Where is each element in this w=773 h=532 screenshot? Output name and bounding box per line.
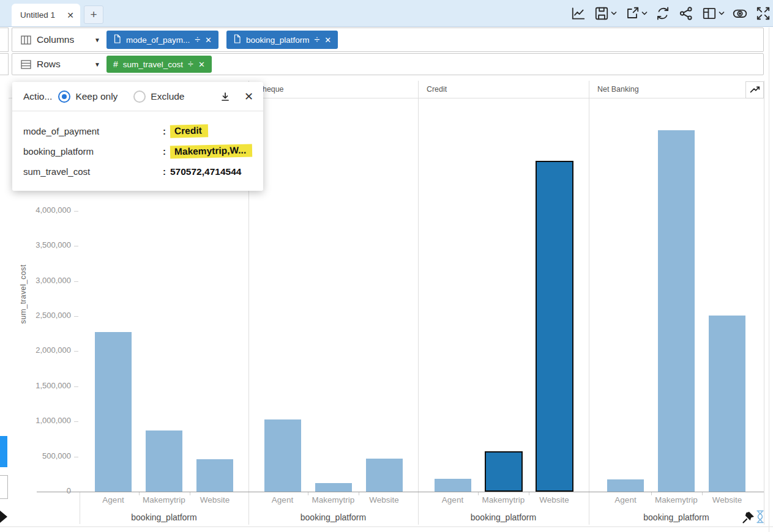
pin-icon[interactable] <box>742 511 755 526</box>
resize-chart-button[interactable] <box>745 81 764 98</box>
tooltip-value: 570572,4714544 <box>170 166 241 177</box>
y-tick-mark <box>74 457 78 457</box>
bar-credit-makemytrip[interactable] <box>485 451 523 492</box>
rail-blue-indicator[interactable] <box>0 436 7 467</box>
tooltip-field: booking_platform <box>23 146 163 157</box>
document-icon <box>113 34 121 45</box>
y-tick-mark <box>74 386 78 387</box>
download-icon[interactable] <box>220 91 231 102</box>
pill-mode-of-paym[interactable]: mode_of_paym...÷✕ <box>106 31 218 49</box>
y-tick-mark <box>74 351 78 352</box>
tooltip-row-booking-platform: booking_platform:Makemytrip,W... <box>23 141 263 161</box>
bar-net-banking-agent[interactable] <box>607 479 644 492</box>
y-tick-label: 1,000,000 <box>24 416 71 425</box>
facet-xaxis-title: booking_platform <box>272 512 395 522</box>
columns-caret-icon[interactable]: ▼ <box>94 37 100 43</box>
split-icon[interactable]: ÷ <box>315 35 320 45</box>
bottom-border <box>0 526 773 527</box>
y-tick-mark <box>74 246 78 246</box>
layout-icon[interactable] <box>701 6 725 21</box>
export-caret-icon <box>641 6 648 21</box>
y-tick-label: 2,500,000 <box>24 311 71 320</box>
tooltip-colon: : <box>163 166 166 177</box>
y-tick-label: 1,500,000 <box>24 381 71 390</box>
line-chart-icon[interactable] <box>570 6 586 21</box>
eye-icon[interactable] <box>732 6 748 21</box>
facet-xaxis-title: booking_platform <box>615 512 738 522</box>
bar-cheque-makemytrip[interactable] <box>315 483 352 492</box>
pill-label: mode_of_paym... <box>126 35 190 45</box>
y-tick-mark <box>74 421 78 422</box>
tooltip-colon: : <box>163 146 166 157</box>
category-label: Website <box>524 495 585 504</box>
rows-shelf: Rows ▼ #sum_travel_cost÷✕ <box>12 53 764 75</box>
exclude-label[interactable]: Exclude <box>151 91 184 102</box>
bar-credit-website[interactable] <box>536 161 573 492</box>
tooltip-colon: : <box>163 126 166 136</box>
share-icon[interactable] <box>678 6 694 21</box>
fullscreen-icon[interactable] <box>755 6 771 21</box>
y-tick-label: 0 <box>24 486 71 495</box>
y-axis-title: sum_travel_cost <box>19 264 28 323</box>
tooltip-value: Makemytrip,W... <box>170 144 253 159</box>
y-tick-label: 2,000,000 <box>24 345 71 355</box>
rail-expander-arrow-icon[interactable] <box>0 511 7 523</box>
columns-shelf-label: Columns <box>37 34 74 45</box>
pill-booking-platform[interactable]: booking_platform÷✕ <box>226 31 338 49</box>
facet-xaxis-title: booking_platform <box>443 512 565 522</box>
bar-net-banking-makemytrip[interactable] <box>658 130 695 492</box>
layout-caret-icon <box>719 6 725 21</box>
tooltip-title: Actio... <box>23 91 52 102</box>
columns-shelf-icon <box>21 35 31 45</box>
remove-pill-icon[interactable]: ✕ <box>205 36 212 44</box>
tooltip-close-icon[interactable]: ✕ <box>244 90 253 103</box>
export-icon[interactable] <box>624 6 648 21</box>
number-hash-icon: # <box>113 60 118 68</box>
remove-pill-icon[interactable]: ✕ <box>198 61 205 68</box>
add-tab-button[interactable]: + <box>84 6 103 24</box>
y-tick-label: 3,500,000 <box>24 240 71 249</box>
tab-close-icon[interactable]: ✕ <box>67 10 74 20</box>
exclude-radio[interactable] <box>133 91 146 103</box>
facet-divider <box>589 81 589 525</box>
y-tick-label: 4,000,000 <box>24 205 71 215</box>
radio-dot <box>62 94 67 99</box>
tooltip-body: mode_of_payment:Creditbooking_platform:M… <box>12 111 263 182</box>
category-label: Website <box>184 495 245 504</box>
bar-cheque-agent[interactable] <box>264 419 301 492</box>
pill-label: booking_platform <box>246 35 310 45</box>
columns-shelf: Columns ▼ mode_of_paym...÷✕booking_platf… <box>12 28 764 52</box>
keep-only-radio[interactable] <box>58 91 70 103</box>
tab-untitled-1[interactable]: Untitled 1 ✕ <box>12 4 80 26</box>
split-icon[interactable]: ÷ <box>188 59 193 69</box>
rows-caret-icon[interactable]: ▼ <box>94 61 100 68</box>
split-icon[interactable]: ÷ <box>195 35 200 45</box>
bar-credit-agent[interactable] <box>435 479 471 492</box>
pill-sum-travel-cost[interactable]: #sum_travel_cost÷✕ <box>106 56 212 73</box>
bar-facet1-website[interactable] <box>196 459 233 492</box>
bar-facet1-agent[interactable] <box>95 332 132 492</box>
bar-facet1-makemytrip[interactable] <box>146 430 182 492</box>
pill-label: sum_travel_cost <box>123 60 183 69</box>
keep-only-label[interactable]: Keep only <box>75 91 118 102</box>
bar-net-banking-website[interactable] <box>709 316 745 492</box>
axis-left-tick <box>80 492 80 524</box>
faceted-bar-chart: 4,000,0003,500,0003,000,0002,500,0002,00… <box>0 0 773 532</box>
category-label: Website <box>696 495 758 504</box>
bar-cheque-website[interactable] <box>366 459 403 492</box>
y-tick-mark <box>74 211 78 212</box>
rail-columns-stub <box>0 28 9 52</box>
action-tooltip: Actio... Keep only Exclude ✕ mode_of_pay… <box>12 82 263 191</box>
tab-label: Untitled 1 <box>20 10 67 20</box>
tab-bar: Untitled 1 ✕ + <box>0 0 773 27</box>
tooltip-header: Actio... Keep only Exclude ✕ <box>12 82 263 111</box>
refresh-icon[interactable] <box>655 6 671 21</box>
remove-pill-icon[interactable]: ✕ <box>324 36 331 44</box>
trend-arrow-icon <box>748 83 761 97</box>
y-tick-mark <box>74 316 78 317</box>
rail-collapsed-panel[interactable] <box>0 475 8 499</box>
tooltip-row-sum-travel-cost: sum_travel_cost:570572,4714544 <box>23 161 263 182</box>
save-icon[interactable] <box>594 6 617 21</box>
y-tick-mark <box>74 281 78 282</box>
facet-divider <box>418 81 419 525</box>
